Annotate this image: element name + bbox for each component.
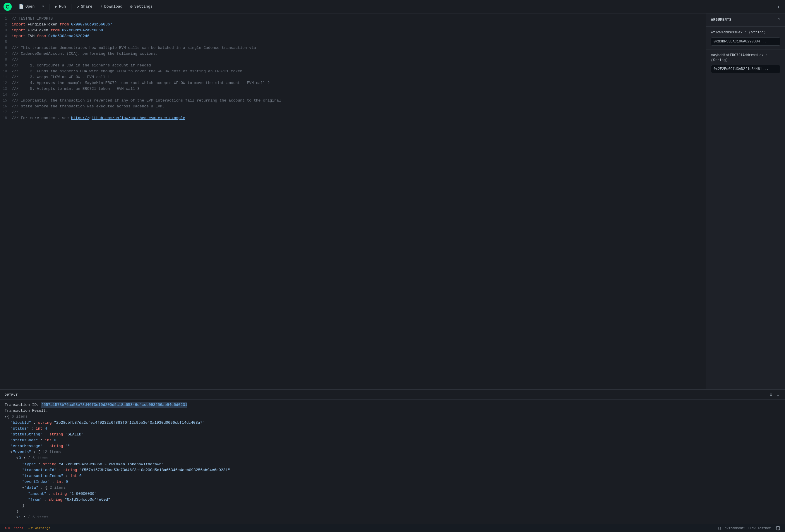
github-icon-status[interactable]	[776, 526, 780, 531]
open-button[interactable]: 📄 Open	[16, 3, 37, 10]
args-collapse-button[interactable]: ⌃	[777, 17, 780, 23]
json-errormsg-key: "errorMessage"	[10, 443, 43, 449]
json-amount-value: "1.00000000"	[69, 491, 97, 497]
json-errormsg-line: "errorMessage" : string ""	[5, 443, 780, 449]
download-label: Download	[104, 4, 122, 9]
json-event1-line: ▼ 1 : { 5 items	[5, 514, 780, 521]
json-events-count: 12 items	[43, 449, 60, 455]
line-content-3: import FlowToken from 0x7e60df042a9c0868	[12, 27, 701, 33]
line-content-6: /// This transaction demonstrates how mu…	[12, 45, 701, 51]
code-line-13: 13 /// 5. Attempts to mint an ERC721 tok…	[0, 86, 706, 92]
line-number-4: 4	[0, 33, 12, 39]
run-label: Run	[59, 4, 66, 9]
run-icon: ▶	[55, 4, 57, 9]
code-line-8: 8 ///	[0, 57, 706, 62]
flow-logo[interactable]	[3, 3, 12, 11]
line-number-7: 7	[0, 51, 12, 57]
json-event1-collapse[interactable]: ▼	[17, 515, 18, 521]
json-events-collapse[interactable]: ▼	[10, 450, 12, 455]
output-header: OUTPUT ⊡ ⌄	[0, 390, 785, 400]
code-editor[interactable]: 1 // TESTNET IMPORTS 2 import FungibleTo…	[0, 14, 706, 389]
json-root-count: 6 items	[12, 414, 28, 420]
json-event1-count: 5 items	[32, 514, 49, 520]
json-event0-close: }	[5, 509, 780, 514]
json-statuscode-line: "statusCode" : int 0	[5, 437, 780, 443]
json-event1-index: 1	[19, 514, 21, 520]
editor-area: 1 // TESTNET IMPORTS 2 import FungibleTo…	[0, 14, 785, 389]
json-statuscode-key: "statusCode"	[10, 437, 38, 443]
json-from-type: string	[49, 497, 65, 503]
tx-result-label: Transaction Result:	[5, 408, 48, 414]
line-content-11: /// 3. Wraps FLOW as WFLOW - EVM call 1	[12, 74, 701, 80]
json-errormsg-value: ""	[65, 443, 70, 449]
status-right: {} Environment: Flow Testnet	[718, 526, 780, 531]
share-label: Share	[81, 4, 93, 9]
line-number-6: 6	[0, 45, 12, 51]
json-root-line: ▼ { 6 items	[5, 414, 780, 420]
line-number-1: 1	[0, 16, 12, 22]
json-data-key: "data"	[25, 485, 39, 491]
line-content-14: ///	[12, 92, 701, 98]
json-statuscode-type: int	[45, 437, 54, 443]
output-icons: ⊡ ⌄	[768, 391, 780, 398]
tx-id-label: Transaction ID:	[5, 402, 41, 408]
json-type-type: string	[43, 461, 59, 467]
json-txid-key: "transactionId"	[22, 467, 56, 473]
json-root-brace: {	[7, 414, 12, 420]
warnings-status: ⚠ 2 Warnings	[28, 526, 50, 530]
json-root-collapse[interactable]: ▼	[5, 414, 6, 420]
output-title: OUTPUT	[5, 393, 18, 397]
share-button[interactable]: ↗ Share	[74, 3, 95, 10]
json-event0-collapse[interactable]: ▼	[17, 456, 18, 461]
json-amount-line: "amount" : string "1.00000000"	[5, 491, 780, 497]
download-icon: ⬇	[100, 4, 102, 9]
line-number-17: 17	[0, 109, 12, 115]
status-left: ⊘ 0 Errors ⚠ 2 Warnings	[5, 526, 50, 530]
json-status-key: "status"	[10, 426, 29, 432]
json-data-collapse[interactable]: ▼	[22, 485, 24, 491]
line-number-12: 12	[0, 80, 12, 86]
json-statusstring-type: string	[49, 432, 66, 437]
line-number-9: 9	[0, 62, 12, 69]
error-icon: ⊘	[5, 526, 7, 530]
tx-id-line: Transaction ID: f557a1573b76aa53e73d46f3…	[5, 402, 780, 408]
line-number-18: 18	[0, 115, 12, 121]
run-button[interactable]: ▶ Run	[52, 3, 69, 10]
line-number-14: 14	[0, 92, 12, 98]
theme-toggle[interactable]: ✦	[775, 2, 782, 11]
arg-item-2: maybeMintERC721AddressHex : (String)	[706, 49, 785, 77]
output-section: OUTPUT ⊡ ⌄ Transaction ID: f557a1573b76a…	[0, 389, 785, 524]
arg-input-1[interactable]	[711, 37, 780, 46]
github-link[interactable]: https://github.com/onflow/batched-evm-ex…	[71, 116, 185, 120]
json-evtindex-line: "eventIndex" : int 0	[5, 479, 780, 485]
code-line-15: 15 /// Importantly, the transaction is r…	[0, 98, 706, 104]
arg-label-1: wflowAddressHex : (String)	[711, 30, 780, 35]
code-line-10: 10 /// 2. Funds the signer's COA with en…	[0, 69, 706, 74]
arg-input-2[interactable]	[711, 65, 780, 73]
output-split-icon[interactable]: ⊡	[768, 391, 773, 398]
download-button[interactable]: ⬇ Download	[97, 3, 126, 10]
arg-label-2: maybeMintERC721AddressHex : (String)	[711, 53, 780, 63]
code-line-12: 12 /// 4. Approves the example MaybeMint…	[0, 80, 706, 86]
open-icon: 📄	[19, 4, 24, 9]
line-content-7: /// CadenceOwnedAccount (COA), performin…	[12, 51, 701, 57]
line-content-2: import FungibleToken from 0x9a0766d93b66…	[12, 22, 701, 27]
json-data-close: }	[5, 503, 780, 509]
json-txid-value: "f557a1573b76aa53e73d46f3e10d200d5c18a65…	[79, 467, 230, 473]
json-evtindex-type: int	[56, 479, 66, 485]
code-line-14: 14 ///	[0, 92, 706, 98]
json-blockid-line: "blockId" : string "2b28cbfb87da2cfec4f0…	[5, 420, 780, 426]
json-evtindex-value: 0	[66, 479, 68, 485]
tx-id-value: f557a1573b76aa53e73d46f3e10d200d5c18a653…	[41, 402, 187, 408]
dropdown-button[interactable]: ▼	[39, 3, 47, 10]
output-expand-icon[interactable]: ⌄	[776, 391, 780, 398]
json-statusstring-value: "SEALED"	[65, 432, 83, 437]
json-amount-key: "amount"	[28, 491, 46, 497]
line-number-5: 5	[0, 39, 12, 45]
line-content-8: ///	[12, 57, 701, 62]
output-content[interactable]: Transaction ID: f557a1573b76aa53e73d46f3…	[0, 400, 785, 524]
json-type-key: "type"	[22, 461, 36, 467]
settings-button[interactable]: ⚙ Settings	[127, 3, 155, 10]
json-event0-count: 5 items	[32, 455, 49, 461]
json-amount-type: string	[53, 491, 69, 497]
